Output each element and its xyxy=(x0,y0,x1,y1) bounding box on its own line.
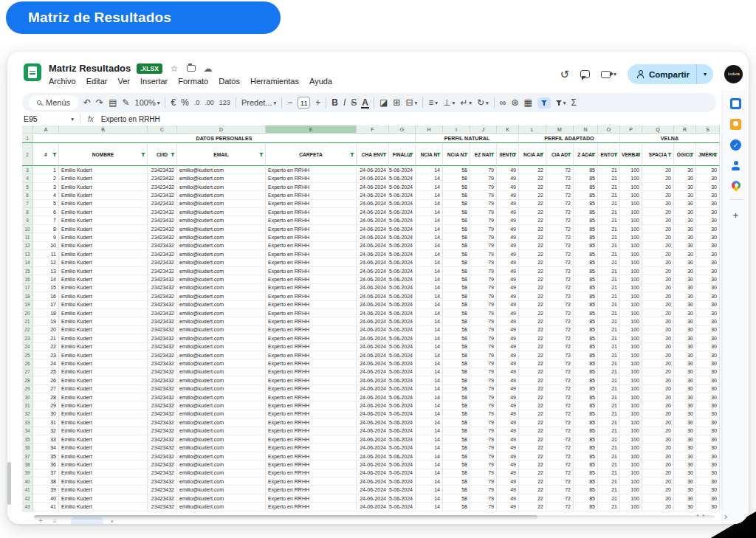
data-cell-E[interactable]: Experto en RRHH xyxy=(266,376,357,384)
data-cell-C[interactable]: 23423432 xyxy=(148,494,177,503)
row-number[interactable]: 18 xyxy=(22,292,33,300)
data-cell-N[interactable]: 85 xyxy=(574,258,598,266)
data-cell-P[interactable]: 100 xyxy=(620,351,642,359)
data-cell-D[interactable]: emilio@kudert.com xyxy=(177,267,266,275)
filter-funnel-icon[interactable] xyxy=(141,153,145,156)
data-cell-E[interactable]: Experto en RRHH xyxy=(266,191,357,199)
data-cell-P[interactable]: 100 xyxy=(620,503,642,511)
data-cell-L[interactable]: 22 xyxy=(519,351,546,359)
data-cell-M[interactable]: 72 xyxy=(546,351,574,359)
data-cell-D[interactable]: emilio@kudert.com xyxy=(177,452,266,461)
data-cell-L[interactable]: 22 xyxy=(519,301,546,309)
data-cell-K[interactable]: 49 xyxy=(497,216,519,224)
data-cell-R[interactable]: 30 xyxy=(674,486,696,494)
data-cell-D[interactable]: emilio@kudert.com xyxy=(177,317,266,325)
data-cell-K[interactable]: 49 xyxy=(497,208,519,216)
data-cell-E[interactable]: Experto en RRHH xyxy=(266,494,357,503)
data-cell-R[interactable]: 30 xyxy=(674,267,696,275)
data-cell-I[interactable]: 58 xyxy=(443,301,470,309)
undo-button[interactable]: ↶ xyxy=(83,98,91,107)
filter-funnel-icon[interactable] xyxy=(690,153,694,156)
data-cell-I[interactable]: 58 xyxy=(443,359,470,368)
data-cell-F[interactable]: 24-06-2024 xyxy=(357,233,389,241)
data-cell-J[interactable]: 79 xyxy=(470,418,497,427)
select-all-corner[interactable] xyxy=(22,125,33,134)
data-cell-S[interactable]: 30 xyxy=(696,469,720,477)
data-cell-N[interactable]: 85 xyxy=(574,275,598,283)
row-number[interactable]: 8 xyxy=(22,208,33,216)
row-number[interactable]: 13 xyxy=(22,250,33,258)
row-number[interactable]: 16 xyxy=(22,275,33,283)
menu-insertar[interactable]: Insertar xyxy=(140,77,168,86)
data-cell-K[interactable]: 49 xyxy=(497,233,519,241)
row-number[interactable]: 17 xyxy=(22,284,33,292)
data-cell-C[interactable]: 23423432 xyxy=(148,267,177,275)
filter-funnel-icon[interactable] xyxy=(52,153,57,156)
data-cell-E[interactable]: Experto en RRHH xyxy=(266,351,357,359)
data-cell-F[interactable]: 24-06-2024 xyxy=(357,343,389,351)
data-cell-I[interactable]: 58 xyxy=(443,494,470,503)
group-header[interactable]: PERFIL NATURAL xyxy=(416,134,519,143)
data-cell-E[interactable]: Experto en RRHH xyxy=(266,275,357,283)
data-cell-A[interactable]: 31 xyxy=(33,418,59,427)
data-cell-D[interactable]: emilio@kudert.com xyxy=(177,326,266,334)
data-cell-G[interactable]: 25-06-2024 xyxy=(389,410,416,418)
data-cell-M[interactable]: 72 xyxy=(546,494,574,503)
data-cell-H[interactable]: 14 xyxy=(416,368,443,376)
data-cell-Q[interactable]: 20 xyxy=(642,376,674,384)
data-cell-G[interactable]: 25-06-2024 xyxy=(389,250,416,258)
data-cell-B[interactable]: Emilio Kudert xyxy=(59,225,148,233)
data-cell-H[interactable]: 14 xyxy=(416,301,443,309)
data-cell-O[interactable]: 21 xyxy=(598,301,620,309)
data-cell-I[interactable]: 58 xyxy=(443,166,470,174)
column-letter-B[interactable]: B xyxy=(59,125,148,134)
filter-funnel-icon[interactable] xyxy=(713,153,718,156)
row-number[interactable]: 14 xyxy=(22,258,33,266)
formula-input[interactable]: Experto en RRHH xyxy=(101,115,160,123)
data-cell-B[interactable]: Emilio Kudert xyxy=(59,183,148,191)
data-cell-N[interactable]: 85 xyxy=(574,461,598,469)
data-cell-D[interactable]: emilio@kudert.com xyxy=(177,191,266,199)
filter-funnel-icon[interactable] xyxy=(636,153,640,156)
row-number[interactable]: 39 xyxy=(22,469,33,477)
data-cell-A[interactable]: 11 xyxy=(33,250,59,258)
data-cell-J[interactable]: 79 xyxy=(470,284,497,292)
data-cell-N[interactable]: 85 xyxy=(574,452,598,461)
data-cell-D[interactable]: emilio@kudert.com xyxy=(177,208,266,216)
data-cell-Q[interactable]: 20 xyxy=(642,334,674,342)
data-cell-S[interactable]: 30 xyxy=(696,258,720,266)
data-cell-L[interactable]: 22 xyxy=(519,418,546,427)
data-cell-N[interactable]: 85 xyxy=(574,486,598,494)
data-cell-R[interactable]: 30 xyxy=(674,503,696,511)
font-size-input[interactable]: 11 xyxy=(298,97,310,108)
data-cell-C[interactable]: 23423432 xyxy=(148,418,177,427)
data-cell-L[interactable]: 22 xyxy=(519,200,546,208)
data-cell-K[interactable]: 49 xyxy=(497,334,519,342)
data-cell-Q[interactable]: 20 xyxy=(642,166,674,174)
data-cell-R[interactable]: 30 xyxy=(674,309,696,317)
data-cell-C[interactable]: 23423432 xyxy=(148,309,177,317)
data-cell-B[interactable]: Emilio Kudert xyxy=(59,418,148,427)
contacts-icon[interactable] xyxy=(730,160,741,171)
merge-cells-button[interactable]: ⊟▾ xyxy=(405,98,417,107)
data-cell-D[interactable]: emilio@kudert.com xyxy=(177,401,266,410)
data-cell-B[interactable]: Emilio Kudert xyxy=(59,250,148,258)
data-cell-J[interactable]: 79 xyxy=(470,359,497,368)
data-cell-P[interactable]: 100 xyxy=(620,393,642,401)
data-cell-K[interactable]: 49 xyxy=(497,444,519,452)
filter-funnel-icon[interactable] xyxy=(540,153,544,156)
data-cell-F[interactable]: 24-06-2024 xyxy=(357,250,389,258)
data-cell-B[interactable]: Emilio Kudert xyxy=(59,486,148,494)
data-cell-I[interactable]: 58 xyxy=(443,225,470,233)
data-cell-R[interactable]: 30 xyxy=(674,200,696,208)
data-cell-P[interactable]: 100 xyxy=(620,385,642,393)
data-cell-F[interactable]: 24-06-2024 xyxy=(357,452,389,461)
data-cell-A[interactable]: 26 xyxy=(33,376,59,384)
data-cell-I[interactable]: 58 xyxy=(443,444,470,452)
data-cell-I[interactable]: 58 xyxy=(443,486,470,494)
comments-icon[interactable] xyxy=(580,70,590,78)
data-cell-L[interactable]: 22 xyxy=(519,334,546,342)
data-cell-K[interactable]: 49 xyxy=(497,427,519,435)
data-cell-M[interactable]: 72 xyxy=(546,486,574,494)
data-cell-O[interactable]: 21 xyxy=(598,494,620,503)
